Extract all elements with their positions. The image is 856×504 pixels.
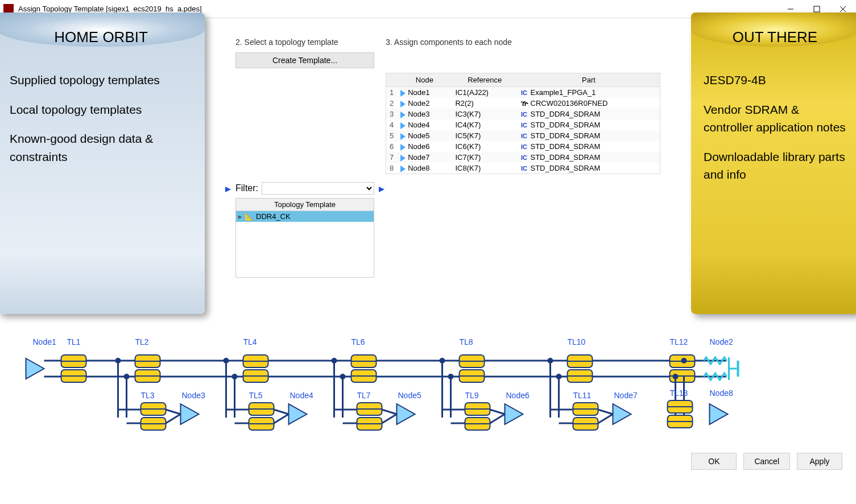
- svg-line-49: [490, 410, 505, 414]
- home-orbit-line1: Supplied topology templates: [10, 71, 192, 89]
- lbl-node2: Node2: [710, 337, 733, 346]
- svg-text:TL10: TL10: [568, 337, 586, 346]
- svg-text:TL6: TL6: [352, 337, 365, 346]
- out-there-line2: Vendor SDRAM & controller application no…: [704, 101, 846, 137]
- svg-text:Node6: Node6: [506, 391, 530, 400]
- svg-text:TL8: TL8: [460, 337, 473, 346]
- col-ref: Reference: [452, 73, 517, 87]
- step3-label: 3. Assign components to each node: [386, 38, 660, 47]
- annotation-out-there: OUT THERE JESD79-4B Vendor SDRAM & contr…: [691, 13, 856, 314]
- template-list[interactable]: Topology Template ▸ 📐 DDR4_CK: [235, 198, 374, 278]
- window-title: Assign Topology Template [sigex1_ecs2019…: [18, 5, 778, 13]
- svg-point-68: [673, 374, 679, 379]
- step2-column: 2. Select a topology template Create Tem…: [235, 38, 374, 325]
- create-template-button[interactable]: Create Template...: [235, 52, 374, 68]
- svg-text:Node7: Node7: [614, 391, 638, 400]
- home-orbit-title: HOME ORBIT: [10, 23, 192, 48]
- arrow-icon: [378, 185, 386, 193]
- lbl-node8: Node8: [710, 389, 733, 398]
- table-row[interactable]: 5Node5IC5(K7)IC STD_DDR4_SDRAM: [386, 130, 660, 141]
- out-there-line3: Downloadable library parts and info: [704, 148, 846, 184]
- table-row[interactable]: 8Node8IC8(K7)IC STD_DDR4_SDRAM: [386, 163, 660, 174]
- annotation-home-orbit: HOME ORBIT Supplied topology templates L…: [0, 13, 205, 314]
- svg-text:TL3: TL3: [141, 391, 155, 400]
- svg-text:TL9: TL9: [465, 391, 479, 400]
- svg-text:TL5: TL5: [249, 391, 263, 400]
- svg-text:Node4: Node4: [290, 391, 313, 400]
- svg-point-69: [681, 358, 687, 363]
- step3-column: 3. Assign components to each node Node R…: [386, 38, 660, 325]
- col-part: Part: [518, 73, 660, 87]
- table-row[interactable]: 7Node7IC7(K7)IC STD_DDR4_SDRAM: [386, 152, 660, 163]
- col-node: Node: [397, 73, 452, 87]
- svg-line-16: [166, 410, 181, 414]
- step2-label: 2. Select a topology template: [235, 38, 374, 47]
- table-row[interactable]: 1Node1IC1(AJ22)IC Example1_FPGA_1: [386, 87, 660, 98]
- lbl-node1: Node1: [33, 337, 56, 346]
- svg-rect-65: [737, 361, 739, 377]
- svg-text:Node5: Node5: [398, 391, 421, 400]
- out-there-line1: JESD79-4B: [704, 71, 846, 89]
- svg-line-39: [382, 414, 397, 423]
- template-name: DDR4_CK: [256, 212, 291, 221]
- lbl-tl12: TL12: [670, 337, 688, 346]
- svg-line-17: [166, 414, 181, 423]
- dialog-footer: OK Cancel Apply: [0, 446, 856, 477]
- svg-line-61: [598, 414, 613, 423]
- cancel-button[interactable]: Cancel: [743, 453, 790, 470]
- home-orbit-line2: Local topology templates: [10, 101, 192, 119]
- svg-text:Node3: Node3: [182, 391, 205, 400]
- svg-line-27: [274, 410, 289, 414]
- template-row-selected[interactable]: ▸ 📐 DDR4_CK: [236, 211, 374, 222]
- template-list-header: Topology Template: [236, 199, 374, 211]
- svg-text:TL2: TL2: [135, 337, 149, 346]
- filter-select[interactable]: [262, 182, 374, 195]
- svg-rect-1: [814, 6, 820, 12]
- svg-line-38: [382, 410, 397, 414]
- filter-label: Filter:: [235, 183, 258, 193]
- svg-text:TL7: TL7: [357, 391, 371, 400]
- svg-text:TL4: TL4: [243, 337, 257, 346]
- out-there-title: OUT THERE: [704, 23, 846, 48]
- svg-line-28: [274, 414, 289, 423]
- table-row[interactable]: 4Node4IC4(K7)IC STD_DDR4_SDRAM: [386, 119, 660, 130]
- lbl-tl1: TL1: [67, 337, 81, 346]
- table-row[interactable]: 2Node2R2(2)ዅ CRCW020136R0FNED: [386, 98, 660, 109]
- topology-diagram: Node1 TL1 TL2TL3Node3TL4TL5Node4TL6TL7No…: [9, 332, 847, 446]
- svg-text:TL11: TL11: [573, 391, 592, 400]
- template-icon: 📐: [245, 212, 254, 221]
- apply-button[interactable]: Apply: [797, 453, 842, 470]
- table-row[interactable]: 3Node3IC3(K7)IC STD_DDR4_SDRAM: [386, 109, 660, 119]
- arrow-icon: [224, 185, 232, 193]
- home-orbit-line3: Known-good design data & constraints: [10, 130, 192, 166]
- svg-line-50: [490, 414, 505, 423]
- svg-line-60: [598, 410, 613, 414]
- table-row[interactable]: 6Node6IC6(K7)IC STD_DDR4_SDRAM: [386, 141, 660, 152]
- lbl-tl13: TL13: [670, 389, 688, 398]
- node-table[interactable]: Node Reference Part 1Node1IC1(AJ22)IC Ex…: [386, 73, 660, 174]
- ok-button[interactable]: OK: [691, 453, 737, 470]
